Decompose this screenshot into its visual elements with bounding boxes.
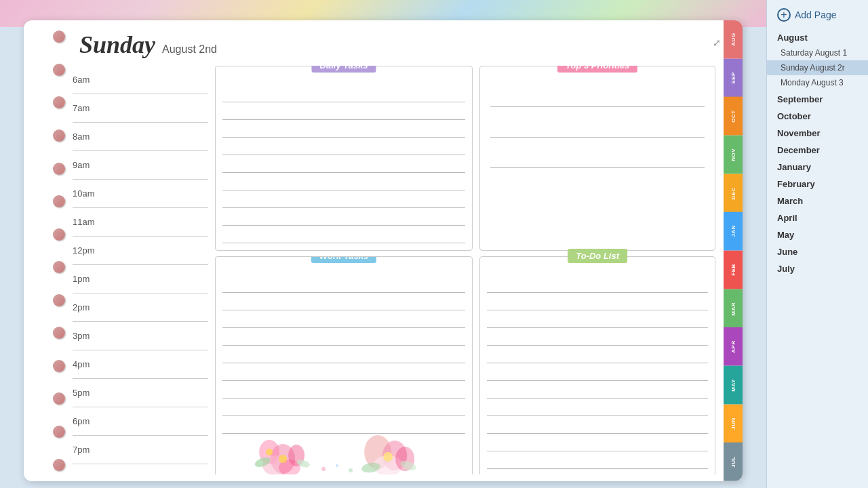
month-tab-mar[interactable]: MAR (724, 289, 743, 328)
svg-point-7 (254, 455, 272, 468)
month-tab-feb[interactable]: FEB (724, 251, 743, 289)
svg-point-15 (399, 459, 418, 472)
month-tab-dec[interactable]: DEC (724, 174, 743, 213)
svg-point-13 (383, 452, 393, 462)
time-slot[interactable]: 9am (73, 151, 208, 180)
todo-line[interactable] (487, 457, 708, 469)
sidebar-month-october: October (767, 108, 868, 124)
task-line[interactable] (222, 108, 465, 120)
todo-lines (487, 277, 708, 469)
sidebar-month-march: March (767, 193, 868, 209)
todo-line[interactable] (487, 316, 708, 328)
month-tab-aug[interactable]: AUG (724, 20, 743, 59)
time-slot[interactable]: 7pm (73, 436, 208, 464)
add-page-icon: + (777, 8, 791, 22)
todo-line[interactable] (487, 351, 708, 363)
task-line[interactable] (222, 196, 465, 208)
task-line[interactable] (222, 298, 465, 310)
month-tab-may[interactable]: MAY (724, 366, 743, 405)
sidebar-month-header: July (767, 261, 868, 277)
priority-lines (487, 87, 708, 175)
month-tab-jan[interactable]: JAN (724, 212, 743, 251)
time-slot[interactable]: 12pm (73, 237, 208, 265)
time-label: 7pm (73, 445, 103, 455)
todo-line[interactable] (487, 369, 708, 381)
task-line[interactable] (222, 231, 465, 243)
daily-tasks-label: Daily Tasks (312, 66, 376, 73)
sidebar-day-item[interactable]: Sunday August 2r (767, 60, 868, 75)
task-line[interactable] (222, 214, 465, 226)
svg-point-2 (288, 445, 304, 466)
month-tab-apr[interactable]: APR (724, 327, 743, 366)
time-slot[interactable]: 8pm (73, 464, 208, 474)
month-tab-oct[interactable]: OCT (724, 97, 743, 136)
sidebar: + Add Page AugustSaturday August 1Sunday… (766, 0, 868, 488)
sidebar-month-january: January (767, 159, 868, 175)
time-slot[interactable]: 7am (73, 94, 208, 123)
spiral-ring (53, 426, 65, 438)
month-tab-jul[interactable]: JUL (724, 443, 743, 481)
time-slot[interactable]: 3pm (73, 322, 208, 350)
time-label: 11am (73, 217, 103, 227)
time-slot[interactable]: 6am (73, 66, 208, 94)
month-tab-sep[interactable]: SEP (724, 59, 743, 98)
priority-line[interactable] (490, 124, 705, 138)
month-tab-nov[interactable]: NOV (724, 136, 743, 174)
sidebar-month-header: April (767, 210, 868, 226)
todo-line[interactable] (487, 333, 708, 346)
time-slot[interactable]: 10am (73, 180, 208, 208)
svg-point-4 (279, 460, 300, 474)
time-label: 8pm (73, 473, 103, 474)
time-label: 4pm (73, 359, 103, 369)
priority-line[interactable] (490, 155, 705, 168)
time-slot[interactable]: 11am (73, 208, 208, 237)
task-line[interactable] (222, 369, 465, 381)
work-tasks-box: Work Tasks (215, 256, 473, 474)
task-line[interactable] (222, 386, 465, 399)
sidebar-month-september: September (767, 92, 868, 107)
add-page-button[interactable]: + Add Page (767, 0, 868, 30)
todo-line[interactable] (487, 281, 708, 293)
svg-point-10 (382, 441, 407, 470)
task-line[interactable] (222, 422, 465, 434)
time-slot[interactable]: 4pm (73, 350, 208, 379)
sidebar-day-item[interactable]: Saturday August 1 (767, 45, 868, 60)
todo-label: To-Do List (568, 249, 627, 263)
task-line[interactable] (222, 178, 465, 190)
sidebar-month-header: September (767, 92, 868, 107)
time-slot[interactable]: 5pm (73, 379, 208, 407)
todo-line[interactable] (487, 298, 708, 310)
spiral-ring (53, 360, 65, 372)
spiral-ring (53, 294, 65, 306)
planner-area: Sunday August 2nd 6am7am8am9am10am11am12… (0, 0, 766, 488)
task-line[interactable] (222, 351, 465, 363)
time-label: 1pm (73, 274, 103, 284)
time-slot[interactable]: 1pm (73, 265, 208, 293)
task-line[interactable] (222, 125, 465, 138)
time-slot[interactable]: 8am (73, 123, 208, 151)
task-line[interactable] (222, 404, 465, 416)
todo-line[interactable] (487, 439, 708, 451)
sidebar-day-item[interactable]: Monday August 3 (767, 75, 868, 90)
time-label: 10am (73, 188, 103, 199)
sidebar-month-header: February (767, 176, 868, 192)
spiral-ring (53, 228, 65, 241)
day-name: Sunday (79, 30, 155, 59)
task-line[interactable] (222, 316, 465, 328)
todo-line[interactable] (487, 386, 708, 399)
sidebar-month-header: October (767, 108, 868, 124)
svg-point-14 (361, 462, 381, 474)
month-tab-jun[interactable]: JUN (724, 405, 743, 443)
day-date: August 2nd (162, 43, 217, 56)
task-line[interactable] (222, 90, 465, 102)
task-line[interactable] (222, 143, 465, 155)
top-panels: Daily Tasks (215, 66, 715, 251)
priority-line[interactable] (490, 94, 705, 107)
task-line[interactable] (222, 281, 465, 293)
todo-line[interactable] (487, 422, 708, 434)
task-line[interactable] (222, 161, 465, 173)
task-line[interactable] (222, 333, 465, 346)
time-slot[interactable]: 6pm (73, 407, 208, 436)
time-slot[interactable]: 2pm (73, 293, 208, 322)
todo-line[interactable] (487, 404, 708, 416)
